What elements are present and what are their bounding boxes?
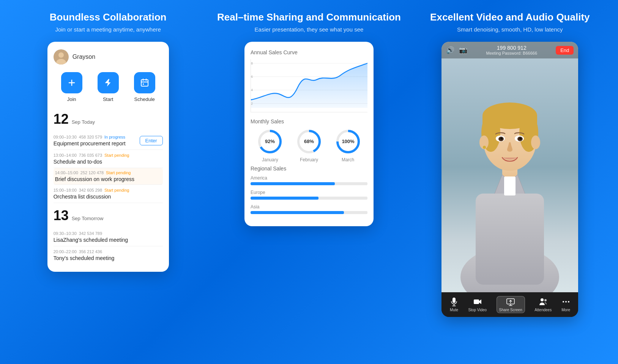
svg-point-1 xyxy=(58,52,64,58)
meeting-item-5: 09:30–10:30 342 534 789 LisaZhang's sche… xyxy=(54,228,163,246)
share-screen-label: Share Screen xyxy=(499,308,522,312)
svg-text:92%: 92% xyxy=(265,139,275,144)
stop-video-button[interactable]: Stop Video xyxy=(468,297,487,312)
svg-rect-4 xyxy=(143,84,144,85)
europe-track xyxy=(251,197,367,200)
svg-point-46 xyxy=(563,301,564,303)
date-sep-12: 12 Sep Today xyxy=(54,111,163,127)
middle-chart-card: Annual Sales Curve xyxy=(244,42,374,226)
enter-button-1[interactable]: Enter xyxy=(140,136,163,145)
svg-point-45 xyxy=(544,299,547,301)
join-button[interactable]: Join xyxy=(61,72,82,102)
date-13-number: 13 xyxy=(54,208,69,224)
regional-sales-label: Regional Sales xyxy=(251,165,367,172)
meeting-row-1: 09:00–10:30 458 320 579 In progress Equi… xyxy=(54,135,163,147)
more-button[interactable]: More xyxy=(561,297,571,312)
date-12-number: 12 xyxy=(54,111,69,127)
right-subtitle: Smart denoising, smooth, HD, low latency xyxy=(457,26,563,33)
svg-text:4: 4 xyxy=(251,88,253,92)
attendees-button[interactable]: Attendees xyxy=(534,297,552,312)
schedule-icon xyxy=(134,72,155,93)
svg-text:8: 8 xyxy=(251,61,253,65)
action-buttons: Join Start xyxy=(54,72,163,102)
meeting-meta-2: 13:00–14:00 736 035 673 Start pending xyxy=(54,153,163,158)
bar-section: America Europe Asia xyxy=(251,175,367,214)
meeting-title-2: Schedule and to-dos xyxy=(54,159,163,165)
america-track xyxy=(251,182,367,185)
speaker-icon[interactable]: 🔊 xyxy=(446,46,454,54)
meeting-item-2: 13:00–14:00 736 035 673 Start pending Sc… xyxy=(54,150,163,168)
donut-february: 68% February xyxy=(296,128,322,162)
video-top-icons: 🔊 📷 xyxy=(446,46,467,54)
stop-video-label: Stop Video xyxy=(468,308,487,312)
schedule-button[interactable]: Schedule xyxy=(134,72,155,102)
more-label: More xyxy=(561,308,570,312)
svg-text:100%: 100% xyxy=(342,139,355,144)
meeting-id: 199 800 912 xyxy=(486,45,537,51)
schedule-label: Schedule xyxy=(134,96,155,102)
svg-rect-31 xyxy=(520,116,537,139)
meeting-title-1: Equipment procurement report xyxy=(54,140,126,147)
mute-label: Mute xyxy=(450,308,458,312)
donut-march: 100% March xyxy=(335,128,361,162)
video-top-bar: 🔊 📷 199 800 912 Meeting Password: B66666… xyxy=(441,42,578,58)
svg-point-38 xyxy=(500,137,503,140)
line-chart: 8 6 4 2 xyxy=(251,59,367,112)
donut-january: 92% January xyxy=(257,128,283,162)
january-label: January xyxy=(262,157,278,162)
meeting-item-6: 20:00–22:00 356 212 436 Tony's scheduled… xyxy=(54,246,163,264)
date-sep-13: 13 Sep Tomorrow xyxy=(54,208,163,224)
column-left: Boundless Collaboration Join or start a … xyxy=(8,11,208,356)
meeting-title-4: Orchestra list discussion xyxy=(54,194,163,200)
svg-rect-40 xyxy=(504,176,516,195)
svg-point-47 xyxy=(565,301,567,303)
video-card: 🔊 📷 199 800 912 Meeting Password: B66666… xyxy=(441,42,578,317)
annual-sales-label: Annual Sales Curve xyxy=(251,49,367,55)
camera-flip-icon[interactable]: 📷 xyxy=(459,46,467,54)
svg-text:68%: 68% xyxy=(304,139,314,144)
svg-rect-30 xyxy=(482,116,499,139)
svg-rect-42 xyxy=(474,299,479,304)
middle-subtitle: Easier presentation, they see what you s… xyxy=(255,26,364,33)
middle-title: Real–time Sharing and Communication xyxy=(217,11,401,23)
main-container: Boundless Collaboration Join or start a … xyxy=(0,0,618,364)
march-label: March xyxy=(342,157,354,162)
february-label: February xyxy=(300,157,318,162)
left-phone-card: Grayson Join xyxy=(47,42,169,272)
left-title: Boundless Collaboration xyxy=(50,11,167,23)
right-title: Excellent Video and Audio Quality xyxy=(430,11,590,23)
svg-point-39 xyxy=(519,137,522,140)
asia-track xyxy=(251,211,367,214)
meeting-meta-5: 09:30–10:30 342 534 789 xyxy=(54,231,163,236)
meeting-item-3: 14:00–15:00 252 120 478 Start pending Br… xyxy=(54,168,163,185)
meeting-password: Meeting Password: B66666 xyxy=(486,51,537,55)
end-button[interactable]: End xyxy=(556,46,574,55)
column-middle: Real–time Sharing and Communication Easi… xyxy=(208,11,409,356)
meeting-info: 199 800 912 Meeting Password: B66666 xyxy=(486,45,537,55)
join-icon xyxy=(61,72,82,93)
meeting-item-4: 15:00–18:00 342 605 298 Start pending Or… xyxy=(54,185,163,203)
start-button[interactable]: Start xyxy=(98,72,119,102)
europe-fill xyxy=(251,197,318,200)
america-fill xyxy=(251,182,335,185)
europe-label: Europe xyxy=(251,190,367,195)
date-12-info: Sep Today xyxy=(72,119,95,125)
svg-point-33 xyxy=(531,136,540,149)
asia-fill xyxy=(251,211,344,214)
america-label: America xyxy=(251,175,367,181)
svg-text:2: 2 xyxy=(251,101,253,106)
meeting-meta-6: 20:00–22:00 356 212 436 xyxy=(54,249,163,254)
meeting-title-3: Brief discussion on work progress xyxy=(55,176,161,182)
svg-point-44 xyxy=(541,298,544,301)
share-screen-button[interactable]: Share Screen xyxy=(497,296,525,313)
mute-button[interactable]: Mute xyxy=(449,297,459,312)
svg-rect-3 xyxy=(141,80,148,86)
user-header: Grayson xyxy=(54,49,163,65)
video-bottom-bar: Mute Stop Video xyxy=(441,292,578,317)
svg-text:6: 6 xyxy=(251,74,253,79)
meeting-item-1: 09:00–10:30 458 320 579 In progress Equi… xyxy=(54,132,163,150)
start-icon xyxy=(98,72,119,93)
asia-label: Asia xyxy=(251,204,367,210)
attendees-label: Attendees xyxy=(534,308,552,312)
user-name: Grayson xyxy=(73,54,95,60)
